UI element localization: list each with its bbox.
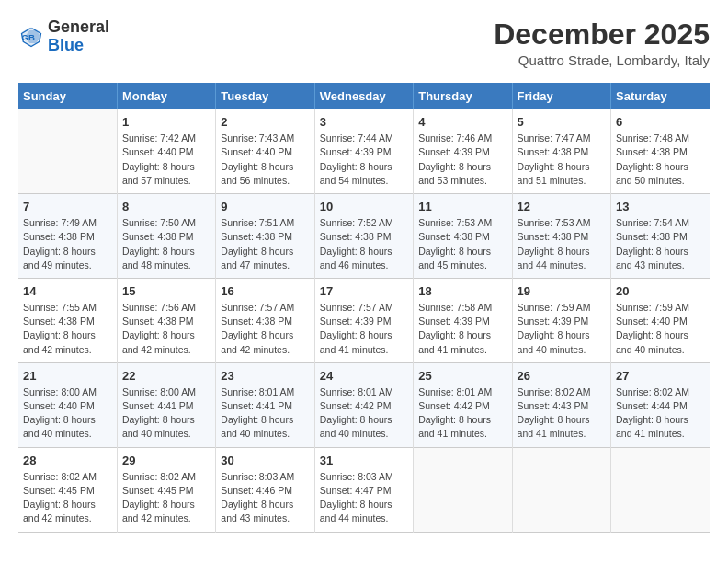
calendar-cell: 13Sunrise: 7:54 AMSunset: 4:38 PMDayligh… <box>611 194 710 279</box>
day-number: 18 <box>418 284 506 298</box>
title-block: December 2025 Quattro Strade, Lombardy, … <box>494 18 710 68</box>
day-number: 15 <box>122 284 210 298</box>
calendar-cell: 28Sunrise: 8:02 AMSunset: 4:45 PMDayligh… <box>18 447 117 532</box>
day-info: Sunrise: 7:58 AMSunset: 4:39 PMDaylight:… <box>418 301 506 357</box>
day-number: 25 <box>418 369 506 383</box>
day-info: Sunrise: 7:53 AMSunset: 4:38 PMDaylight:… <box>418 216 506 272</box>
day-info: Sunrise: 7:57 AMSunset: 4:38 PMDaylight:… <box>221 301 309 357</box>
weekday-header-wednesday: Wednesday <box>314 83 413 109</box>
day-number: 27 <box>616 369 705 383</box>
calendar-week-row: 14Sunrise: 7:55 AMSunset: 4:38 PMDayligh… <box>18 278 710 362</box>
calendar-cell: 20Sunrise: 7:59 AMSunset: 4:40 PMDayligh… <box>611 278 710 362</box>
calendar-week-row: 28Sunrise: 8:02 AMSunset: 4:45 PMDayligh… <box>18 447 710 532</box>
day-number: 24 <box>320 369 408 383</box>
weekday-header-monday: Monday <box>117 83 215 109</box>
day-info: Sunrise: 8:02 AMSunset: 4:43 PMDaylight:… <box>518 385 606 442</box>
day-number: 12 <box>518 200 606 213</box>
day-info: Sunrise: 7:47 AMSunset: 4:38 PMDaylight:… <box>518 132 606 188</box>
calendar-cell: 1Sunrise: 7:42 AMSunset: 4:40 PMDaylight… <box>117 109 215 193</box>
calendar-cell: 2Sunrise: 7:43 AMSunset: 4:40 PMDaylight… <box>216 109 314 193</box>
day-number: 9 <box>221 200 309 213</box>
day-info: Sunrise: 7:53 AMSunset: 4:38 PMDaylight:… <box>518 216 606 272</box>
day-number: 20 <box>616 284 705 298</box>
day-number: 28 <box>23 454 112 467</box>
day-info: Sunrise: 7:49 AMSunset: 4:38 PMDaylight:… <box>23 216 112 272</box>
calendar-week-row: 7Sunrise: 7:49 AMSunset: 4:38 PMDaylight… <box>18 194 710 279</box>
day-info: Sunrise: 7:43 AMSunset: 4:40 PMDaylight:… <box>221 132 309 188</box>
day-number: 2 <box>221 115 309 129</box>
page-header: GB General Blue December 2025 Quattro St… <box>18 18 710 68</box>
calendar-cell: 29Sunrise: 8:02 AMSunset: 4:45 PMDayligh… <box>117 447 215 532</box>
calendar-cell <box>512 447 610 532</box>
day-number: 14 <box>23 284 112 298</box>
weekday-header-row: SundayMondayTuesdayWednesdayThursdayFrid… <box>18 83 710 109</box>
day-info: Sunrise: 7:51 AMSunset: 4:38 PMDaylight:… <box>221 216 309 272</box>
logo-icon: GB <box>18 24 44 50</box>
calendar-cell: 3Sunrise: 7:44 AMSunset: 4:39 PMDaylight… <box>314 109 413 193</box>
day-info: Sunrise: 8:00 AMSunset: 4:41 PMDaylight:… <box>122 385 210 442</box>
day-info: Sunrise: 7:55 AMSunset: 4:38 PMDaylight:… <box>23 301 112 357</box>
calendar-cell: 30Sunrise: 8:03 AMSunset: 4:46 PMDayligh… <box>216 447 314 532</box>
calendar-cell: 26Sunrise: 8:02 AMSunset: 4:43 PMDayligh… <box>512 362 610 447</box>
logo-blue-text: Blue <box>48 36 84 54</box>
day-number: 31 <box>320 454 408 467</box>
day-number: 7 <box>23 200 112 213</box>
calendar-cell: 11Sunrise: 7:53 AMSunset: 4:38 PMDayligh… <box>414 194 512 279</box>
weekday-header-saturday: Saturday <box>611 83 710 109</box>
day-number: 19 <box>518 284 606 298</box>
day-number: 30 <box>221 454 309 467</box>
day-info: Sunrise: 7:57 AMSunset: 4:39 PMDaylight:… <box>320 301 408 357</box>
day-info: Sunrise: 7:46 AMSunset: 4:39 PMDaylight:… <box>418 132 506 188</box>
day-info: Sunrise: 7:52 AMSunset: 4:38 PMDaylight:… <box>320 216 408 272</box>
day-info: Sunrise: 7:59 AMSunset: 4:39 PMDaylight:… <box>518 301 606 357</box>
day-info: Sunrise: 7:50 AMSunset: 4:38 PMDaylight:… <box>122 216 210 272</box>
calendar-subtitle: Quattro Strade, Lombardy, Italy <box>494 52 710 68</box>
day-number: 17 <box>320 284 408 298</box>
calendar-cell <box>18 109 117 193</box>
calendar-cell: 17Sunrise: 7:57 AMSunset: 4:39 PMDayligh… <box>314 278 413 362</box>
day-info: Sunrise: 8:03 AMSunset: 4:46 PMDaylight:… <box>221 470 309 526</box>
day-number: 4 <box>418 115 506 129</box>
day-number: 23 <box>221 369 309 383</box>
day-info: Sunrise: 8:03 AMSunset: 4:47 PMDaylight:… <box>320 470 408 526</box>
logo-general-text: General <box>48 17 109 36</box>
calendar-week-row: 1Sunrise: 7:42 AMSunset: 4:40 PMDaylight… <box>18 109 710 193</box>
day-number: 16 <box>221 284 309 298</box>
weekday-header-tuesday: Tuesday <box>216 83 314 109</box>
calendar-table: SundayMondayTuesdayWednesdayThursdayFrid… <box>18 83 710 532</box>
day-number: 3 <box>320 115 408 129</box>
day-info: Sunrise: 7:44 AMSunset: 4:39 PMDaylight:… <box>320 132 408 188</box>
weekday-header-thursday: Thursday <box>414 83 512 109</box>
calendar-week-row: 21Sunrise: 8:00 AMSunset: 4:40 PMDayligh… <box>18 362 710 447</box>
day-info: Sunrise: 7:54 AMSunset: 4:38 PMDaylight:… <box>616 216 705 272</box>
calendar-cell: 31Sunrise: 8:03 AMSunset: 4:47 PMDayligh… <box>314 447 413 532</box>
day-info: Sunrise: 8:02 AMSunset: 4:44 PMDaylight:… <box>616 385 705 442</box>
day-info: Sunrise: 8:02 AMSunset: 4:45 PMDaylight:… <box>122 470 210 526</box>
day-info: Sunrise: 7:56 AMSunset: 4:38 PMDaylight:… <box>122 301 210 357</box>
day-number: 22 <box>122 369 210 383</box>
day-number: 5 <box>518 115 606 129</box>
weekday-header-sunday: Sunday <box>18 83 117 109</box>
calendar-cell: 19Sunrise: 7:59 AMSunset: 4:39 PMDayligh… <box>512 278 610 362</box>
calendar-cell: 15Sunrise: 7:56 AMSunset: 4:38 PMDayligh… <box>117 278 215 362</box>
day-info: Sunrise: 7:48 AMSunset: 4:38 PMDaylight:… <box>616 132 705 188</box>
calendar-cell: 23Sunrise: 8:01 AMSunset: 4:41 PMDayligh… <box>216 362 314 447</box>
day-info: Sunrise: 7:59 AMSunset: 4:40 PMDaylight:… <box>616 301 705 357</box>
calendar-cell: 14Sunrise: 7:55 AMSunset: 4:38 PMDayligh… <box>18 278 117 362</box>
weekday-header-friday: Friday <box>512 83 610 109</box>
logo: GB General Blue <box>18 18 109 55</box>
day-info: Sunrise: 8:02 AMSunset: 4:45 PMDaylight:… <box>23 470 112 526</box>
calendar-cell: 16Sunrise: 7:57 AMSunset: 4:38 PMDayligh… <box>216 278 314 362</box>
day-number: 8 <box>122 200 210 213</box>
calendar-cell: 4Sunrise: 7:46 AMSunset: 4:39 PMDaylight… <box>414 109 512 193</box>
calendar-cell: 6Sunrise: 7:48 AMSunset: 4:38 PMDaylight… <box>611 109 710 193</box>
day-number: 1 <box>122 115 210 129</box>
calendar-cell: 9Sunrise: 7:51 AMSunset: 4:38 PMDaylight… <box>216 194 314 279</box>
calendar-title: December 2025 <box>494 18 710 51</box>
svg-text:GB: GB <box>22 31 35 41</box>
calendar-cell: 24Sunrise: 8:01 AMSunset: 4:42 PMDayligh… <box>314 362 413 447</box>
calendar-cell: 12Sunrise: 7:53 AMSunset: 4:38 PMDayligh… <box>512 194 610 279</box>
day-info: Sunrise: 8:01 AMSunset: 4:41 PMDaylight:… <box>221 385 309 442</box>
calendar-cell: 10Sunrise: 7:52 AMSunset: 4:38 PMDayligh… <box>314 194 413 279</box>
day-info: Sunrise: 8:01 AMSunset: 4:42 PMDaylight:… <box>320 385 408 442</box>
